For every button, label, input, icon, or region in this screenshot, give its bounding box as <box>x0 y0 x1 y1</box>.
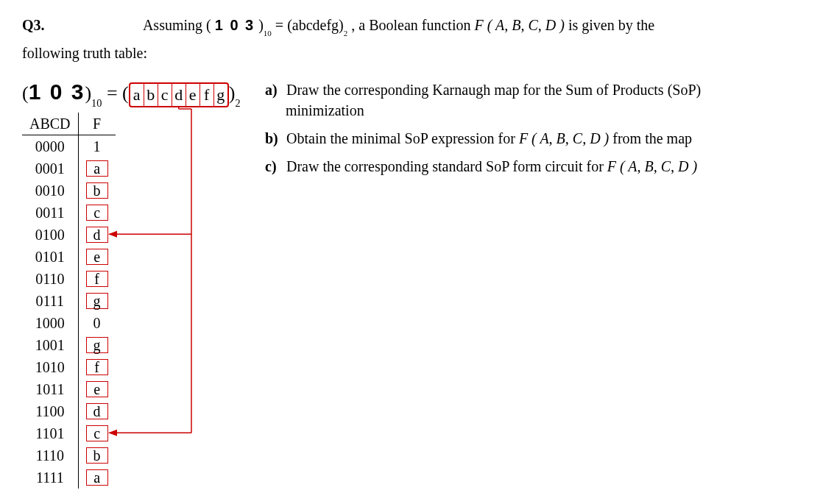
task-c-func: F ( A, B, C, D ) <box>607 158 697 174</box>
abcdefg-text: abcdefg <box>292 17 339 33</box>
table-row: 0100d <box>22 224 116 246</box>
letter-cell: a <box>130 84 144 106</box>
task-b: b) Obtain the minimal SoP expression for… <box>265 128 815 149</box>
abcd-cell: 0011 <box>22 202 78 224</box>
subscript-10-top: 10 <box>264 29 272 38</box>
handwritten-number-eq: 1 0 3 <box>29 79 85 104</box>
abcd-cell: 1011 <box>22 378 78 400</box>
abcd-cell: 1100 <box>22 400 78 422</box>
f-cell: g <box>78 290 116 312</box>
table-row: 1111a <box>22 466 116 489</box>
assuming-word: Assuming <box>143 17 202 33</box>
table-row: 0001a <box>22 157 116 180</box>
f-cell: g <box>78 334 116 356</box>
tail-text: , a Boolean function <box>351 17 470 33</box>
letter-cell: b <box>144 84 158 106</box>
handwritten-number-top: 1 0 3 <box>215 17 255 33</box>
task-b-label: b) <box>265 128 283 149</box>
f-cell: d <box>78 224 116 246</box>
table-row: 1001g <box>22 334 116 356</box>
letter-cell: f <box>200 84 214 106</box>
function-expr: F ( A, B, C, D ) <box>474 17 564 33</box>
abcd-cell: 0100 <box>22 224 78 246</box>
task-b-text: Obtain the minimal SoP expression for <box>286 130 515 146</box>
table-row: 0110f <box>22 268 116 290</box>
abcd-cell: 0000 <box>22 135 78 157</box>
abcd-cell: 1110 <box>22 444 78 466</box>
f-cell: c <box>78 202 116 224</box>
f-cell: d <box>78 400 116 422</box>
task-a-text-2: minimization <box>286 102 364 118</box>
table-row: 00001 <box>22 135 116 157</box>
subscript-2-top: 2 <box>344 29 348 38</box>
abcd-cell: 0110 <box>22 268 78 290</box>
f-cell: b <box>78 180 116 202</box>
question-header: Q3. Assuming ( 1 0 3 )10 = (abcdefg)2 , … <box>22 15 815 37</box>
f-cell: 0 <box>78 312 116 334</box>
subscript-10-eq: 10 <box>91 97 102 109</box>
tasks-column: a) Draw the corresponding Karnaugh map f… <box>265 77 815 184</box>
f-cell: 1 <box>78 135 116 157</box>
table-row: 10000 <box>22 312 116 334</box>
equals-sign: = ( <box>275 17 292 33</box>
abcd-cell: 1000 <box>22 312 78 334</box>
question-number: Q3. <box>22 15 140 35</box>
f-cell: e <box>78 378 116 400</box>
abcd-cell: 1001 <box>22 334 78 356</box>
paren-open: ( <box>206 17 211 33</box>
truth-table: ABCD F 000010001a0010b0011c0100d0101e011… <box>22 113 116 489</box>
col-header-abcd: ABCD <box>22 113 78 135</box>
abcd-cell: 0001 <box>22 157 78 180</box>
table-row: 0101e <box>22 246 116 268</box>
letter-cell: c <box>158 84 172 106</box>
task-b-tail: from the map <box>612 130 692 146</box>
abcd-cell: 0101 <box>22 246 78 268</box>
tail-text-2: is given by the <box>568 17 654 33</box>
task-a: a) Draw the corresponding Karnaugh map f… <box>265 79 815 121</box>
table-row: 0010b <box>22 180 116 202</box>
abcd-cell: 1010 <box>22 356 78 378</box>
handwritten-equation: (1 0 3)10 = (abcdefg)2 <box>22 77 265 107</box>
table-row: 1011e <box>22 378 116 400</box>
f-cell: f <box>78 356 116 378</box>
f-cell: f <box>78 268 116 290</box>
f-cell: a <box>78 466 116 489</box>
letter-cell: g <box>214 84 227 106</box>
table-row: 0011c <box>22 202 116 224</box>
abcd-cell: 1101 <box>22 422 78 444</box>
header-line-2: following truth table: <box>22 43 815 63</box>
abcd-cell: 0111 <box>22 290 78 312</box>
abcd-cell: 1111 <box>22 466 78 489</box>
f-cell: c <box>78 422 116 444</box>
subscript-2-eq: 2 <box>235 97 240 109</box>
task-c: c) Draw the corresponding standard SoP f… <box>265 156 815 177</box>
table-row: 1100d <box>22 400 116 422</box>
col-header-f: F <box>78 113 116 135</box>
letter-cell: e <box>186 84 200 106</box>
table-row: 1101c <box>22 422 116 444</box>
table-row: 0111g <box>22 290 116 312</box>
paren-close: ) <box>258 17 264 33</box>
task-b-func: F ( A, B, C, D ) <box>519 130 609 146</box>
f-cell: e <box>78 246 116 268</box>
table-row: 1010f <box>22 356 116 378</box>
table-row: 1110b <box>22 444 116 466</box>
task-a-label: a) <box>265 79 283 100</box>
task-c-label: c) <box>265 156 283 177</box>
letter-box-group: abcdefg <box>129 82 229 107</box>
left-column: (1 0 3)10 = (abcdefg)2 ABCD F 000010001a… <box>22 77 265 488</box>
task-a-text-1: Draw the corresponding Karnaugh map for … <box>286 82 701 98</box>
abcd-cell: 0010 <box>22 180 78 202</box>
f-cell: b <box>78 444 116 466</box>
task-c-text: Draw the corresponding standard SoP form… <box>286 158 604 174</box>
letter-cell: d <box>172 84 186 106</box>
f-cell: a <box>78 157 116 180</box>
